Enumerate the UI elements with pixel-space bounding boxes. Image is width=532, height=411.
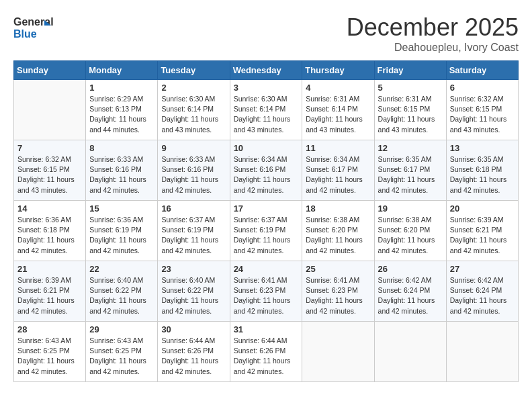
logo: GeneralBlue — [13, 13, 54, 44]
calendar-cell: 13Sunrise: 6:35 AMSunset: 6:18 PMDayligh… — [446, 140, 518, 201]
day-number: 12 — [378, 143, 443, 153]
calendar-cell — [14, 80, 86, 140]
calendar-cell: 23Sunrise: 6:40 AMSunset: 6:22 PMDayligh… — [158, 261, 230, 322]
day-number: 19 — [378, 203, 443, 214]
calendar-cell: 25Sunrise: 6:41 AMSunset: 6:23 PMDayligh… — [302, 261, 374, 322]
day-detail: Sunrise: 6:44 AMSunset: 6:26 PMDaylight:… — [161, 336, 226, 377]
page-header: GeneralBlue December 2025 Deahouepleu, I… — [13, 13, 519, 54]
calendar-cell — [302, 322, 374, 382]
calendar-week-1: 1Sunrise: 6:29 AMSunset: 6:13 PMDaylight… — [14, 80, 519, 140]
calendar-cell — [374, 322, 446, 382]
day-detail: Sunrise: 6:31 AMSunset: 6:15 PMDaylight:… — [378, 94, 443, 135]
calendar-cell: 7Sunrise: 6:32 AMSunset: 6:15 PMDaylight… — [14, 140, 86, 201]
weekday-header-wednesday: Wednesday — [230, 61, 302, 80]
day-number: 14 — [17, 203, 82, 214]
calendar-cell: 11Sunrise: 6:34 AMSunset: 6:17 PMDayligh… — [302, 140, 374, 201]
weekday-header-friday: Friday — [374, 61, 446, 80]
calendar-cell: 20Sunrise: 6:39 AMSunset: 6:21 PMDayligh… — [446, 201, 518, 261]
day-number: 6 — [450, 83, 515, 93]
day-detail: Sunrise: 6:37 AMSunset: 6:19 PMDaylight:… — [161, 215, 226, 256]
day-number: 9 — [161, 143, 226, 153]
day-detail: Sunrise: 6:41 AMSunset: 6:23 PMDaylight:… — [234, 275, 299, 316]
weekday-header-tuesday: Tuesday — [158, 61, 230, 80]
day-detail: Sunrise: 6:34 AMSunset: 6:17 PMDaylight:… — [306, 154, 370, 195]
calendar-cell: 2Sunrise: 6:30 AMSunset: 6:14 PMDaylight… — [158, 80, 230, 140]
day-detail: Sunrise: 6:42 AMSunset: 6:24 PMDaylight:… — [450, 275, 515, 316]
day-number: 5 — [378, 83, 443, 93]
weekday-header-sunday: Sunday — [14, 61, 86, 80]
calendar-cell: 15Sunrise: 6:36 AMSunset: 6:19 PMDayligh… — [86, 201, 158, 261]
calendar-week-3: 14Sunrise: 6:36 AMSunset: 6:18 PMDayligh… — [14, 201, 519, 261]
calendar-cell: 21Sunrise: 6:39 AMSunset: 6:21 PMDayligh… — [14, 261, 86, 322]
day-number: 29 — [89, 324, 154, 334]
calendar-cell: 26Sunrise: 6:42 AMSunset: 6:24 PMDayligh… — [374, 261, 446, 322]
day-detail: Sunrise: 6:39 AMSunset: 6:21 PMDaylight:… — [17, 275, 82, 316]
weekday-header-thursday: Thursday — [302, 61, 374, 80]
day-detail: Sunrise: 6:40 AMSunset: 6:22 PMDaylight:… — [89, 275, 154, 316]
day-number: 10 — [234, 143, 299, 153]
day-number: 23 — [161, 264, 226, 274]
logo-svg: GeneralBlue — [13, 13, 54, 44]
day-detail: Sunrise: 6:41 AMSunset: 6:23 PMDaylight:… — [306, 275, 370, 316]
location: Deahouepleu, Ivory Coast — [347, 42, 519, 54]
day-detail: Sunrise: 6:37 AMSunset: 6:19 PMDaylight:… — [234, 215, 299, 256]
day-number: 1 — [89, 83, 154, 93]
day-number: 21 — [17, 264, 82, 274]
calendar-cell — [446, 322, 518, 382]
calendar-cell: 8Sunrise: 6:33 AMSunset: 6:16 PMDaylight… — [86, 140, 158, 201]
day-number: 31 — [234, 324, 299, 334]
calendar-table: SundayMondayTuesdayWednesdayThursdayFrid… — [13, 60, 519, 382]
calendar-cell: 31Sunrise: 6:44 AMSunset: 6:26 PMDayligh… — [230, 322, 302, 382]
svg-text:Blue: Blue — [13, 28, 37, 40]
calendar-cell: 24Sunrise: 6:41 AMSunset: 6:23 PMDayligh… — [230, 261, 302, 322]
day-detail: Sunrise: 6:39 AMSunset: 6:21 PMDaylight:… — [450, 215, 515, 256]
calendar-cell: 30Sunrise: 6:44 AMSunset: 6:26 PMDayligh… — [158, 322, 230, 382]
weekday-header-saturday: Saturday — [446, 61, 518, 80]
day-detail: Sunrise: 6:30 AMSunset: 6:14 PMDaylight:… — [161, 94, 226, 135]
calendar-cell: 29Sunrise: 6:43 AMSunset: 6:25 PMDayligh… — [86, 322, 158, 382]
day-detail: Sunrise: 6:42 AMSunset: 6:24 PMDaylight:… — [378, 275, 443, 316]
title-block: December 2025 Deahouepleu, Ivory Coast — [347, 13, 519, 54]
day-number: 24 — [234, 264, 299, 274]
day-number: 22 — [89, 264, 154, 274]
month-title: December 2025 — [347, 13, 519, 42]
day-detail: Sunrise: 6:31 AMSunset: 6:14 PMDaylight:… — [306, 94, 370, 135]
day-number: 25 — [306, 264, 370, 274]
calendar-week-2: 7Sunrise: 6:32 AMSunset: 6:15 PMDaylight… — [14, 140, 519, 201]
calendar-cell: 3Sunrise: 6:30 AMSunset: 6:14 PMDaylight… — [230, 80, 302, 140]
day-number: 11 — [306, 143, 370, 153]
calendar-cell: 6Sunrise: 6:32 AMSunset: 6:15 PMDaylight… — [446, 80, 518, 140]
day-detail: Sunrise: 6:35 AMSunset: 6:17 PMDaylight:… — [378, 154, 443, 195]
weekday-header-monday: Monday — [86, 61, 158, 80]
day-detail: Sunrise: 6:30 AMSunset: 6:14 PMDaylight:… — [234, 94, 299, 135]
day-number: 7 — [17, 143, 82, 153]
day-number: 15 — [89, 203, 154, 214]
day-number: 20 — [450, 203, 515, 214]
day-detail: Sunrise: 6:40 AMSunset: 6:22 PMDaylight:… — [161, 275, 226, 316]
calendar-cell: 22Sunrise: 6:40 AMSunset: 6:22 PMDayligh… — [86, 261, 158, 322]
calendar-cell: 27Sunrise: 6:42 AMSunset: 6:24 PMDayligh… — [446, 261, 518, 322]
day-detail: Sunrise: 6:35 AMSunset: 6:18 PMDaylight:… — [450, 154, 515, 195]
day-detail: Sunrise: 6:36 AMSunset: 6:18 PMDaylight:… — [17, 215, 82, 256]
day-number: 30 — [161, 324, 226, 334]
day-number: 26 — [378, 264, 443, 274]
svg-text:General: General — [13, 16, 54, 28]
day-detail: Sunrise: 6:43 AMSunset: 6:25 PMDaylight:… — [89, 336, 154, 377]
day-number: 4 — [306, 83, 370, 93]
day-number: 2 — [161, 83, 226, 93]
day-detail: Sunrise: 6:32 AMSunset: 6:15 PMDaylight:… — [450, 94, 515, 135]
calendar-cell: 19Sunrise: 6:38 AMSunset: 6:20 PMDayligh… — [374, 201, 446, 261]
calendar-week-5: 28Sunrise: 6:43 AMSunset: 6:25 PMDayligh… — [14, 322, 519, 382]
calendar-cell: 12Sunrise: 6:35 AMSunset: 6:17 PMDayligh… — [374, 140, 446, 201]
day-number: 13 — [450, 143, 515, 153]
day-number: 18 — [306, 203, 370, 214]
calendar-cell: 18Sunrise: 6:38 AMSunset: 6:20 PMDayligh… — [302, 201, 374, 261]
day-detail: Sunrise: 6:38 AMSunset: 6:20 PMDaylight:… — [306, 215, 370, 256]
day-detail: Sunrise: 6:44 AMSunset: 6:26 PMDaylight:… — [234, 336, 299, 377]
calendar-cell: 4Sunrise: 6:31 AMSunset: 6:14 PMDaylight… — [302, 80, 374, 140]
day-number: 3 — [234, 83, 299, 93]
calendar-cell: 1Sunrise: 6:29 AMSunset: 6:13 PMDaylight… — [86, 80, 158, 140]
day-detail: Sunrise: 6:36 AMSunset: 6:19 PMDaylight:… — [89, 215, 154, 256]
day-detail: Sunrise: 6:38 AMSunset: 6:20 PMDaylight:… — [378, 215, 443, 256]
calendar-cell: 14Sunrise: 6:36 AMSunset: 6:18 PMDayligh… — [14, 201, 86, 261]
